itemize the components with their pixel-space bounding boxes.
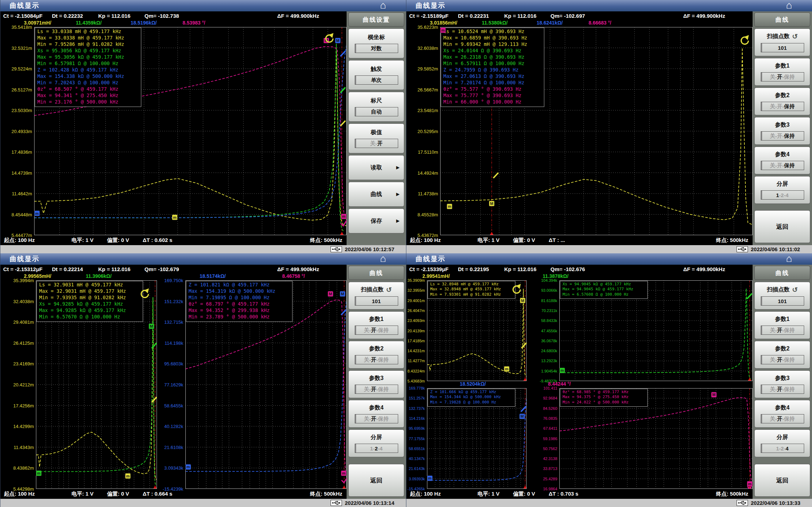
back-button[interactable]: 返回 <box>754 464 810 497</box>
marker-m-chip[interactable]: m <box>172 215 178 220</box>
menu-button-极值[interactable]: 极值关-开 <box>348 123 404 153</box>
menu-button-value[interactable]: 101 <box>355 296 398 306</box>
menu-button-分屏[interactable]: 分屏1-2-4 <box>348 429 404 457</box>
menu-button-分屏[interactable]: 分屏1-2-4 <box>754 429 810 457</box>
menu-button-value[interactable]: 关-开-保持 <box>761 161 804 170</box>
menu-button-参数3[interactable]: 参数3关-开-保持 <box>754 370 810 398</box>
marker-m-chip[interactable]: m <box>35 211 40 216</box>
menu-button-value[interactable]: 关-开 <box>355 139 398 148</box>
sweep-rotate-icon[interactable] <box>741 35 749 44</box>
menu-button-value[interactable]: 关-开-保持 <box>761 326 804 335</box>
menu-button-扫描点数[interactable]: 扫描点数↺101 <box>754 28 810 56</box>
menu-button-读取[interactable]: 读取► <box>348 155 404 180</box>
menu-button-value[interactable]: 关-开-保持 <box>761 414 804 423</box>
marker-M-chip[interactable]: M <box>711 392 717 397</box>
menu-button-value[interactable]: 关-开-保持 <box>355 385 398 394</box>
menu-button-value[interactable]: 关-开-保持 <box>355 326 398 335</box>
readout-line: θz° = 68.797 ° @ 459.177 kHz <box>189 301 270 307</box>
back-button-label: 返回 <box>776 223 789 231</box>
value-option: 开 <box>777 357 782 363</box>
menu-button-保存[interactable]: 保存► <box>348 208 404 233</box>
menu-title: 曲线设置 <box>348 12 404 27</box>
marker-m-chip[interactable]: m <box>341 214 347 219</box>
menu-button-value[interactable]: 对数 <box>355 44 398 53</box>
home-icon[interactable]: ⌂ <box>786 253 792 264</box>
menu-button-value[interactable]: 关-开-保持 <box>761 385 804 394</box>
measurement-header: Ct = -2.15189μFDt = 0.22231Kp = 112.016Q… <box>406 11 753 20</box>
menu-button-value[interactable]: 关-开-保持 <box>761 102 804 111</box>
marker-m-chip[interactable]: m <box>560 368 565 373</box>
menu-button-value[interactable]: 关-开-保持 <box>761 131 804 141</box>
marker-m-chip[interactable]: m <box>441 27 446 33</box>
menu-button-参数1[interactable]: 参数1关-开-保持 <box>754 311 810 339</box>
page-title: 曲线显示 <box>416 1 445 10</box>
header-qm: Qm= -102.676 <box>550 266 585 272</box>
marker-M-chip[interactable]: M <box>149 323 154 329</box>
menu-button-value[interactable]: 关-开-保持 <box>355 355 398 364</box>
marker-m-chip[interactable]: m <box>504 366 510 372</box>
value-option: 关 <box>364 416 369 422</box>
trace-xs <box>36 297 156 485</box>
menu-button-value[interactable]: 关-开-保持 <box>761 72 804 81</box>
marker-m-chip[interactable]: m <box>36 471 42 476</box>
plot-canvas: Ls = 32.9031 mH @ 459.177 kHzMax = 32.90… <box>36 280 157 489</box>
menu-button-横坐标[interactable]: 横坐标对数 <box>348 28 404 58</box>
readout-box: Z = 101.821 kΩ @ 459.177 kHzMax = 154.31… <box>186 281 292 322</box>
marker-M-chip[interactable]: M <box>340 291 345 297</box>
menu-button-参数1[interactable]: 参数1关-开-保持 <box>754 58 810 86</box>
home-icon[interactable]: ⌂ <box>380 0 386 11</box>
header-df: ΔF = 499.900kHz <box>277 13 319 19</box>
menu-button-参数2[interactable]: 参数2关-开-保持 <box>754 88 810 115</box>
menu-button-标尺[interactable]: 标尺自动 <box>348 92 404 122</box>
menu-button-value[interactable]: 1-2-4 <box>355 444 398 453</box>
marker-m-chip[interactable]: m <box>447 204 452 209</box>
header-dt: Dt = 0.22232 <box>52 13 83 19</box>
menu-button-参数4[interactable]: 参数4关-开-保持 <box>348 400 404 428</box>
chart-pane-1: 2.99565mH/11.3906kΩ/35.3994m32.4038m29.4… <box>0 273 157 489</box>
page-title: 曲线显示 <box>10 1 39 10</box>
marker-m-chip[interactable]: m <box>341 471 347 476</box>
marker-m-chip[interactable]: m <box>427 476 433 481</box>
back-button[interactable]: 返回 <box>754 210 810 243</box>
menu-button-参数2[interactable]: 参数2关-开-保持 <box>754 341 810 369</box>
menu-button-触发[interactable]: 触发单次 <box>348 60 404 90</box>
trigger-arrow <box>342 486 346 488</box>
menu-button-value[interactable]: 1-2-4 <box>761 190 804 200</box>
home-icon[interactable]: ⌂ <box>786 0 792 11</box>
menu-button-参数1[interactable]: 参数1关-开-保持 <box>348 311 404 339</box>
menu-button-value[interactable]: 101 <box>761 296 804 306</box>
quadrant-3: 曲线显示⌂Ct = -2.15312μFDt = 0.22214Kp = 112… <box>0 253 406 507</box>
menu-button-value[interactable]: 自动 <box>355 107 398 116</box>
readout-line: Max = 94.9045 kΩ @ 459.177 kHz <box>563 287 633 291</box>
menu-button-扫描点数[interactable]: 扫描点数↺101 <box>754 282 810 310</box>
menu-button-text: 参数2 <box>775 345 790 353</box>
y-axis-ticks: 101.41192.968484.526076.083567.641159.19… <box>527 388 559 489</box>
marker-M-chip[interactable]: M <box>335 38 341 43</box>
marker-m-chip[interactable]: m <box>186 464 191 470</box>
menu-button-value[interactable]: 101 <box>761 43 804 52</box>
menu-button-参数4[interactable]: 参数4关-开-保持 <box>754 147 810 174</box>
refresh-icon: ↺ <box>792 32 798 41</box>
menu-button-扫描点数[interactable]: 扫描点数↺101 <box>348 282 404 310</box>
menu-button-参数3[interactable]: 参数3关-开-保持 <box>348 370 404 398</box>
readout-line: Min = 6.57670 Ω @ 100.000 Hz <box>39 314 120 319</box>
menu-button-value[interactable]: 1-2-4 <box>761 444 804 453</box>
marker-M-chip[interactable]: M <box>520 298 525 303</box>
back-button[interactable]: 返回 <box>348 464 404 497</box>
menu-button-参数3[interactable]: 参数3关-开-保持 <box>754 117 810 145</box>
menu-button-参数4[interactable]: 参数4关-开-保持 <box>754 400 810 428</box>
marker-M-chip[interactable]: M <box>489 201 494 206</box>
menu-button-value[interactable]: 关-开-保持 <box>761 355 804 364</box>
menu-button-value[interactable]: 关-开-保持 <box>355 414 398 423</box>
menu-button-曲线[interactable]: 曲线► <box>348 182 404 207</box>
status-field: 电平: 1 V <box>478 237 500 244</box>
sweep-rotate-icon[interactable] <box>326 33 333 42</box>
marker-m-chip[interactable]: m <box>125 473 131 479</box>
menu-button-value[interactable]: 单次 <box>355 75 398 85</box>
menu-button-参数2[interactable]: 参数2关-开-保持 <box>348 341 404 369</box>
home-icon[interactable]: ⌂ <box>380 253 386 264</box>
marker-m-chip[interactable]: m <box>747 481 753 486</box>
marker-M-chip[interactable]: M <box>328 291 333 297</box>
marker-M-chip[interactable]: M <box>520 414 525 419</box>
menu-button-分屏[interactable]: 分屏1-2-4 <box>754 176 810 204</box>
